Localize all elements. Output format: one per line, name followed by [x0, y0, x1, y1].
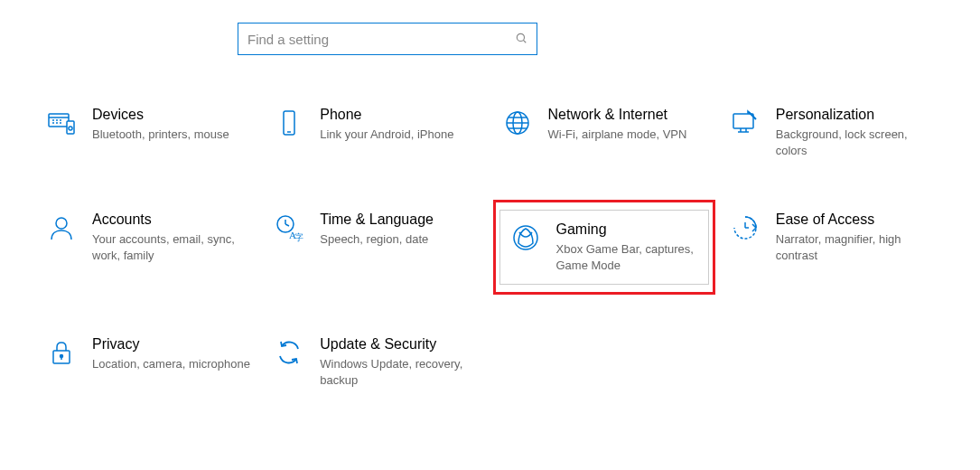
category-title: Update & Security [320, 336, 479, 352]
category-devices[interactable]: Devices Bluetooth, printers, mouse [43, 105, 253, 160]
category-desc: Wi-Fi, airplane mode, VPN [548, 127, 687, 143]
gaming-icon [509, 221, 542, 254]
search-input[interactable] [247, 32, 515, 47]
categories-grid: Devices Bluetooth, printers, mouse Phone… [43, 105, 937, 390]
devices-icon [45, 107, 78, 139]
category-ease-of-access[interactable]: Ease of Access Narrator, magnifier, high… [727, 210, 937, 285]
search-icon [515, 32, 527, 47]
privacy-icon [45, 336, 78, 369]
category-title: Time & Language [320, 212, 434, 228]
category-title: Privacy [92, 336, 250, 352]
category-title: Accounts [92, 212, 251, 228]
category-desc: Your accounts, email, sync, work, family [92, 231, 251, 263]
time-language-icon: A 字 [273, 212, 305, 244]
category-privacy[interactable]: Privacy Location, camera, microphone [43, 334, 253, 390]
svg-rect-2 [49, 114, 69, 127]
category-phone[interactable]: Phone Link your Android, iPhone [271, 105, 481, 160]
category-title: Phone [320, 107, 453, 123]
svg-line-1 [523, 40, 526, 42]
category-title: Gaming [556, 221, 699, 238]
category-gaming-highlight: Gaming Xbox Game Bar, captures, Game Mod… [493, 200, 715, 295]
globe-icon [501, 107, 534, 139]
category-time-language[interactable]: A 字 Time & Language Speech, region, date [271, 210, 481, 285]
category-update-security[interactable]: Update & Security Windows Update, recove… [271, 334, 481, 390]
category-desc: Speech, region, date [320, 231, 434, 248]
category-desc: Bluetooth, printers, mouse [92, 127, 229, 143]
category-accounts[interactable]: Accounts Your accounts, email, sync, wor… [43, 210, 253, 285]
category-desc: Windows Update, recovery, backup [320, 356, 479, 388]
category-desc: Background, lock screen, colors [776, 127, 935, 158]
category-personalization[interactable]: Personalization Background, lock screen,… [727, 105, 937, 160]
category-desc: Narrator, magnifier, high contrast [776, 231, 935, 263]
update-security-icon [273, 336, 305, 369]
svg-point-24 [56, 218, 67, 229]
phone-icon [273, 107, 305, 139]
svg-line-27 [285, 224, 289, 226]
svg-rect-12 [284, 111, 294, 135]
category-title: Network & Internet [548, 107, 687, 123]
svg-text:字: 字 [294, 232, 303, 242]
svg-rect-19 [733, 114, 753, 128]
category-title: Devices [92, 107, 229, 123]
ease-of-access-icon [729, 212, 761, 244]
category-desc: Xbox Game Bar, captures, Game Mode [556, 241, 699, 273]
personalization-icon [729, 107, 761, 139]
svg-point-0 [517, 33, 524, 41]
accounts-icon [45, 212, 78, 244]
category-network[interactable]: Network & Internet Wi-Fi, airplane mode,… [499, 105, 709, 160]
category-title: Ease of Access [776, 212, 935, 228]
svg-rect-10 [67, 121, 74, 134]
category-desc: Location, camera, microphone [92, 356, 250, 372]
category-desc: Link your Android, iPhone [320, 127, 453, 143]
search-box[interactable] [238, 23, 537, 55]
category-gaming[interactable]: Gaming Xbox Game Bar, captures, Game Mod… [499, 210, 709, 285]
category-title: Personalization [776, 107, 935, 123]
svg-point-30 [514, 226, 537, 249]
